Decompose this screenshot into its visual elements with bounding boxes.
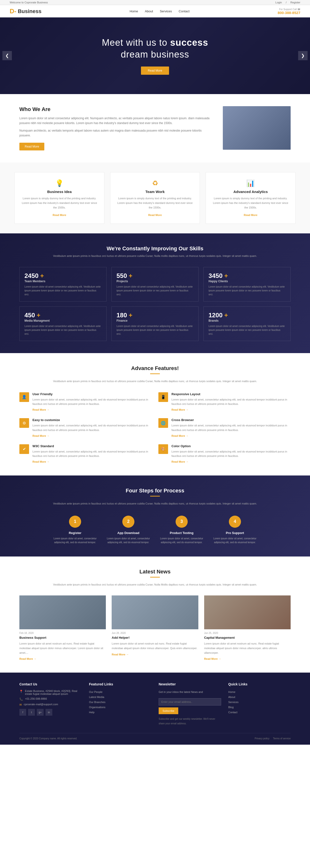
advance-title-1: Responsive Layout — [171, 392, 291, 396]
hero-section: ❮ Meet with us to success dream business… — [0, 18, 310, 94]
advance-link-5[interactable]: Read More → — [171, 460, 189, 463]
skills-subtitle: Vestibulum ante ipsum primis in faucibus… — [19, 254, 291, 258]
featured-link-3[interactable]: Organisations — [89, 705, 151, 710]
advance-item-3: 🌐 Cross Browser Lorem ipsum dolor sit am… — [159, 418, 291, 437]
analytics-icon: 📊 — [212, 179, 289, 187]
news-link-0[interactable]: Read More → — [19, 657, 36, 660]
who-para2: Numquam architecto, ac veritatis tempori… — [19, 128, 213, 138]
newsletter-email-input[interactable] — [159, 698, 221, 706]
step-desc-3: Lorem ipsum dolor sit amet, consectetur … — [211, 537, 259, 545]
who-img-placeholder — [223, 106, 291, 150]
nav-home[interactable]: Home — [130, 9, 138, 13]
support-label: For Support Call ☎ — [278, 8, 300, 11]
featured-link-0[interactable]: Our People — [89, 689, 151, 694]
responsive-layout-icon: 📱 — [159, 392, 168, 402]
stat-number-5: 1200 + — [208, 311, 285, 319]
advance-title-4: W3C Standard — [32, 444, 151, 448]
advance-link-0[interactable]: Read More → — [32, 408, 49, 411]
quick-link-contact[interactable]: Contact — [228, 710, 291, 715]
advance-divider — [150, 373, 160, 374]
hero-next-button[interactable]: ❯ — [298, 51, 308, 60]
advance-link-1[interactable]: Read More → — [171, 408, 189, 411]
terms-of-service-link[interactable]: Terms of service — [273, 737, 291, 740]
email-icon: ✉ — [19, 703, 22, 707]
news-subtitle: Vestibulum ante ipsum primis in faucibus… — [19, 582, 291, 587]
featured-link-4[interactable]: Help — [89, 710, 151, 715]
advance-link-2[interactable]: Read More → — [32, 434, 49, 437]
phone-icon: 📞 — [19, 698, 23, 701]
step-desc-2: Lorem ipsum dolor sit amet, consectetur … — [158, 537, 206, 545]
facebook-icon[interactable]: f — [19, 709, 26, 716]
main-nav: Home About Services Contact — [130, 9, 189, 13]
business-idea-icon: 💡 — [21, 179, 98, 187]
googleplus-icon[interactable]: g+ — [37, 709, 44, 716]
footer-address: Estate Business, #2940 block, #2[293]. R… — [25, 689, 82, 695]
quick-link-about[interactable]: About — [228, 694, 291, 700]
logo-d: D- — [10, 7, 16, 15]
footer-contact-title: Contact Us — [19, 682, 82, 686]
advance-desc-1: Lorem ipsum dolor sit amet, consectetur … — [171, 397, 291, 406]
stat-desc-1: Lorem ipsum dolor sit amet consectetur a… — [116, 285, 194, 297]
step-title-2: Product Testing — [158, 531, 206, 535]
feature-link-1[interactable]: Read More — [148, 214, 162, 216]
stat-card-2: 3450 + Happy Clients Lorem ipsum dolor s… — [203, 267, 291, 302]
nav-services[interactable]: Services — [160, 9, 172, 13]
stat-number-3: 450 + — [25, 311, 102, 319]
stat-desc-4: Lorem ipsum dolor sit amet consectetur a… — [116, 324, 194, 336]
linkedin-icon[interactable]: in — [46, 709, 52, 716]
hero-prev-button[interactable]: ❮ — [2, 51, 12, 60]
quick-link-blog[interactable]: Blog — [228, 705, 291, 710]
hero-cta-button[interactable]: Read More — [141, 66, 169, 75]
footer-newsletter-desc: Get in your inbox the latest News and — [159, 689, 221, 694]
process-divider — [150, 496, 160, 497]
featured-link-2[interactable]: Our Branches — [89, 700, 151, 705]
news-link-1[interactable]: Read More → — [112, 653, 129, 656]
news-image-2 — [204, 595, 291, 629]
advance-content-5: Color Option Lorem ipsum dolor sit amet,… — [171, 444, 291, 463]
feature-link-0[interactable]: Read More — [53, 214, 66, 216]
advance-content-0: User Friendly Lorem ipsum dolor sit amet… — [32, 392, 151, 411]
hero-headline: Meet with us to success dream business — [102, 37, 208, 61]
advance-item-0: 👤 User Friendly Lorem ipsum dolor sit am… — [19, 392, 151, 411]
stat-card-3: 450 + Media Managment Lorem ipsum dolor … — [19, 306, 107, 341]
advance-desc-5: Lorem ipsum dolor sit amet, consectetur … — [171, 450, 291, 458]
advance-title: Advance Features! — [19, 365, 291, 371]
advance-link-4[interactable]: Read More → — [32, 460, 49, 463]
advance-desc-0: Lorem ipsum dolor sit amet, consectetur … — [32, 397, 151, 406]
newsletter-note: Subscribe and get our weekly newsletter.… — [159, 717, 221, 726]
featured-link-1[interactable]: Latest Media — [89, 694, 151, 700]
privacy-policy-link[interactable]: Privacy policy — [255, 737, 269, 740]
newsletter-subscribe-button[interactable]: Subscribe — [159, 707, 178, 714]
who-read-more-button[interactable]: Read More — [19, 143, 44, 150]
stat-label-0: Team Members — [25, 280, 102, 283]
stat-number-1: 550 + — [116, 272, 194, 280]
phone-number: 800-388-8527 — [278, 11, 300, 15]
nav-about[interactable]: About — [145, 9, 153, 13]
logo-text: Business — [18, 8, 41, 14]
quick-link-home[interactable]: Home — [228, 689, 291, 694]
footer-address-item: 📍 Estate Business, #2940 block, #2[293].… — [19, 689, 82, 695]
news-link-2[interactable]: Read More → — [204, 657, 221, 660]
nav-contact[interactable]: Contact — [179, 9, 190, 13]
stat-card-4: 180 + Finance Lorem ipsum dolor sit amet… — [111, 306, 199, 341]
stat-desc-5: Lorem ipsum dolor sit amet consectetur a… — [208, 324, 285, 336]
advance-link-3[interactable]: Read More → — [171, 434, 189, 437]
header: D-Business Home About Services Contact F… — [0, 5, 310, 18]
footer-contact-col: Contact Us 📍 Estate Business, #2940 bloc… — [19, 682, 82, 726]
footer-legal-links: Privacy policy Terms of service — [255, 737, 291, 740]
quick-link-services[interactable]: Services — [228, 700, 291, 705]
feature-link-2[interactable]: Read More — [244, 214, 257, 216]
login-link[interactable]: Login — [275, 1, 282, 4]
register-link[interactable]: Register — [290, 1, 300, 4]
color-option-icon: 🎨 — [159, 444, 168, 454]
news-card-0: Feb 18, 2020 Business Support Lorem ipsu… — [19, 595, 106, 660]
feature-card-1: ♻ Team Work Lorem ipsum is simply dummy … — [110, 172, 200, 224]
step-title-3: Pro Support — [211, 531, 259, 535]
advance-desc-3: Lorem ipsum dolor sit amet, consectetur … — [171, 423, 291, 432]
who-image — [223, 106, 291, 150]
stats-grid: 2450 + Team Members Lorem ipsum dolor si… — [19, 267, 291, 341]
twitter-icon[interactable]: t — [28, 709, 35, 716]
advance-content-4: W3C Standard Lorem ipsum dolor sit amet,… — [32, 444, 151, 463]
advance-item-4: ✔ W3C Standard Lorem ipsum dolor sit ame… — [19, 444, 151, 463]
feature-desc-2: Lorem ipsum is simply dummy text of the … — [212, 196, 289, 210]
